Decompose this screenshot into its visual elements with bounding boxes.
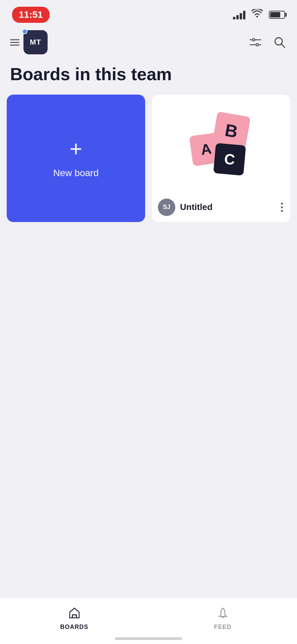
header: MT <box>0 27 297 58</box>
home-bar <box>115 637 182 640</box>
boards-grid: + New board B A C SJ Untitled <box>0 95 297 222</box>
battery-icon <box>269 11 285 19</box>
nav-label-feed: FEED <box>214 624 231 631</box>
menu-icon[interactable] <box>10 39 19 46</box>
svg-line-8 <box>281 44 285 47</box>
avatar-dot <box>22 29 27 34</box>
filter-icon[interactable] <box>248 35 263 50</box>
board-name: Untitled <box>180 202 213 212</box>
nav-item-feed[interactable]: FEED <box>148 605 297 631</box>
more-menu-icon[interactable] <box>280 201 284 213</box>
search-icon[interactable] <box>272 35 287 50</box>
avatar[interactable]: MT <box>23 30 48 54</box>
board-card-content: B A C <box>152 95 290 194</box>
board-card-footer: SJ Untitled <box>152 194 290 222</box>
header-right <box>248 35 287 50</box>
svg-rect-9 <box>72 615 76 618</box>
abc-blocks-illustration: B A C <box>191 114 251 174</box>
page-title: Boards in this team <box>0 58 297 95</box>
board-footer-left: SJ Untitled <box>158 199 213 216</box>
header-left: MT <box>10 30 48 54</box>
wifi-icon <box>251 9 263 21</box>
status-time: 11:51 <box>12 7 50 23</box>
nav-label-boards: BOARDS <box>60 624 88 631</box>
status-icons <box>233 9 285 21</box>
signal-bars-icon <box>233 10 245 19</box>
home-icon <box>66 605 82 621</box>
new-board-label: New board <box>53 168 99 178</box>
bell-icon <box>215 605 231 621</box>
svg-point-0 <box>256 16 258 17</box>
nav-item-boards[interactable]: BOARDS <box>0 605 148 631</box>
plus-icon: + <box>70 138 82 160</box>
block-c: C <box>213 143 246 176</box>
status-bar: 11:51 <box>0 0 297 27</box>
board-card[interactable]: B A C SJ Untitled <box>152 95 290 222</box>
board-user-avatar: SJ <box>158 199 175 216</box>
new-board-card[interactable]: + New board <box>7 95 145 222</box>
